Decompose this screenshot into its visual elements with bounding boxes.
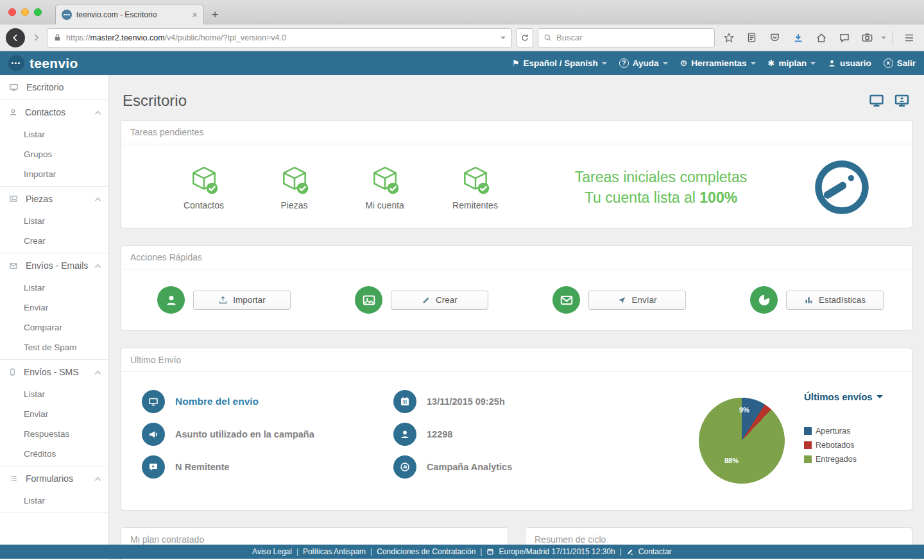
sidebar-section-envios-emails[interactable]: Envíos - Emails <box>0 253 108 278</box>
reading-list-icon[interactable] <box>742 28 761 47</box>
sidebar-section-envios-sms[interactable]: Envíos - SMS <box>0 360 108 384</box>
camera-dropdown-icon[interactable] <box>881 37 886 42</box>
chat-icon[interactable] <box>835 28 853 47</box>
sidebar-item-sms-listar[interactable]: Listar <box>0 384 108 404</box>
sidebar-item-emails-listar[interactable]: Listar <box>0 278 108 298</box>
nav-help[interactable]: ? Ayuda <box>619 58 668 68</box>
pocket-icon[interactable] <box>766 28 784 47</box>
contacts-circle-icon[interactable] <box>157 286 185 314</box>
monitor-icon[interactable] <box>868 93 885 108</box>
pie-label-aperturas: 9% <box>739 406 749 414</box>
list-icon <box>8 474 19 483</box>
sidebar-item-contactos-grupos[interactable]: Grupos <box>0 144 108 164</box>
legend-entregados: Entregados <box>804 455 882 464</box>
browser-toolbar: https://master2.teenvio.com/v4/public/ho… <box>0 24 924 51</box>
import-button[interactable]: Importar <box>193 291 291 310</box>
chevron-up-icon <box>95 110 101 117</box>
sidebar-item-piezas-crear[interactable]: Crear <box>0 231 108 251</box>
lock-icon <box>53 33 62 42</box>
asterisk-icon: ✱ <box>768 58 775 68</box>
sidebar-item-emails-comparar[interactable]: Comparar <box>0 318 108 337</box>
footer-link-antispam[interactable]: Políticas Antispam <box>303 547 366 556</box>
contact-edit-icon <box>626 548 634 556</box>
legend-aperturas: Aperturas <box>804 427 882 436</box>
sidebar-section-piezas[interactable]: Piezas <box>0 187 108 211</box>
email-circle-icon[interactable] <box>552 286 580 314</box>
nav-logout[interactable]: × Salir <box>884 58 916 68</box>
url-dropdown-icon[interactable] <box>501 37 506 42</box>
nav-miplan[interactable]: ✱ miplan <box>768 58 816 68</box>
downloads-icon[interactable] <box>789 28 807 47</box>
sidebar-item-sms-creditos[interactable]: Créditos <box>0 444 108 464</box>
sidebar-section-contactos[interactable]: Contactos <box>0 100 108 124</box>
sidebar-item-emails-test-spam[interactable]: Test de Spam <box>0 337 108 357</box>
home-icon[interactable] <box>812 28 830 47</box>
sidebar-item-contactos-listar[interactable]: Listar <box>0 124 108 144</box>
piece-circle-icon[interactable] <box>355 286 382 314</box>
footer-link-aviso-legal[interactable]: Aviso Legal <box>252 547 292 556</box>
pie-label-entregados: 88% <box>724 457 739 464</box>
forward-button[interactable] <box>30 28 42 47</box>
search-input[interactable] <box>556 33 709 42</box>
screenshot-camera-icon[interactable] <box>858 28 877 47</box>
gauge-icon <box>812 157 872 217</box>
menu-hamburger-icon[interactable] <box>900 28 918 47</box>
tab-close-icon[interactable]: × <box>192 10 198 19</box>
footer-link-condiciones[interactable]: Condiciones de Contratación <box>377 547 475 556</box>
last-send-name-link[interactable]: Nombre del envío <box>175 396 259 407</box>
page-title: Escritorio <box>123 92 187 110</box>
statistics-button[interactable]: Estadísticas <box>786 291 884 310</box>
tasks-card-title: Tareas pendientes <box>121 121 912 144</box>
gear-icon: ⚙ <box>680 58 688 68</box>
reload-button[interactable] <box>517 28 533 47</box>
nav-user[interactable]: usuario <box>828 58 871 68</box>
sender-bubble-icon <box>142 455 165 479</box>
sidebar-item-escritorio[interactable]: Escritorio <box>0 75 108 100</box>
nav-tools[interactable]: ⚙ Herramientas <box>680 58 756 68</box>
chevron-down-icon <box>751 62 756 67</box>
sidebar-item-contactos-importar[interactable]: Importar <box>0 164 108 184</box>
teenvio-logo[interactable]: teenvio <box>8 55 78 71</box>
chevron-down-icon <box>877 395 883 402</box>
send-button[interactable]: Envíar <box>588 291 686 310</box>
teenvio-logo-text: teenvio <box>30 56 78 71</box>
sidebar-item-sms-enviar[interactable]: Enviar <box>0 404 108 424</box>
close-window-button[interactable] <box>8 8 16 16</box>
chevron-down-icon <box>602 62 607 67</box>
sidebar-item-formularios-listar[interactable]: Listar <box>0 491 108 511</box>
task-mi-cuenta[interactable]: Mi cuenta <box>339 164 430 210</box>
recent-sends-dropdown[interactable]: Últimos envíos <box>804 391 882 402</box>
sidebar-item-piezas-listar[interactable]: Listar <box>0 211 108 231</box>
url-bar[interactable]: https://master2.teenvio.com/v4/public/ho… <box>47 28 512 47</box>
task-contactos[interactable]: Contactos <box>158 164 249 210</box>
nav-language[interactable]: ⚑ Español / Spanish <box>512 58 607 68</box>
bookmark-star-icon[interactable] <box>719 28 738 47</box>
footer-timezone: Europe/Madrid 17/11/2015 12:30h <box>499 547 615 556</box>
browser-chrome: teenvio.com - Escritorio × + https://mas… <box>0 0 924 51</box>
task-piezas[interactable]: Piezas <box>249 164 339 210</box>
last-sends-pie-wrap: 9% 88% <box>699 398 785 484</box>
new-tab-button[interactable]: + <box>205 5 225 24</box>
sidebar-section-formularios[interactable]: Formularios <box>0 466 108 491</box>
task-remitentes[interactable]: Remitentes <box>430 164 520 210</box>
chevron-up-icon <box>95 197 101 203</box>
search-bar[interactable] <box>538 28 715 47</box>
create-button[interactable]: Crear <box>391 291 488 310</box>
top-navbar: teenvio ⚑ Español / Spanish ? Ayuda ⚙ He… <box>0 51 924 75</box>
stats-circle-icon[interactable] <box>750 286 778 314</box>
minimize-window-button[interactable] <box>21 8 29 16</box>
calendar-icon <box>486 548 494 556</box>
legend-rebotados: Rebotados <box>804 441 882 450</box>
tab-bar: teenvio.com - Escritorio × + <box>0 0 924 24</box>
browser-tab[interactable]: teenvio.com - Escritorio × <box>55 4 204 24</box>
image-icon <box>8 194 19 203</box>
footer-contact-link[interactable]: Contactar <box>638 547 672 556</box>
monitor-user-icon[interactable] <box>893 93 911 108</box>
chevron-down-icon <box>810 62 816 67</box>
back-button[interactable] <box>6 28 25 47</box>
sidebar-item-sms-respuestas[interactable]: Respuestas <box>0 424 108 444</box>
last-send-sender: N Remitente <box>175 462 230 472</box>
sidebar-item-emails-enviar[interactable]: Enviar <box>0 298 108 318</box>
zoom-window-button[interactable] <box>34 8 42 16</box>
svg-text:31: 31 <box>402 400 407 404</box>
